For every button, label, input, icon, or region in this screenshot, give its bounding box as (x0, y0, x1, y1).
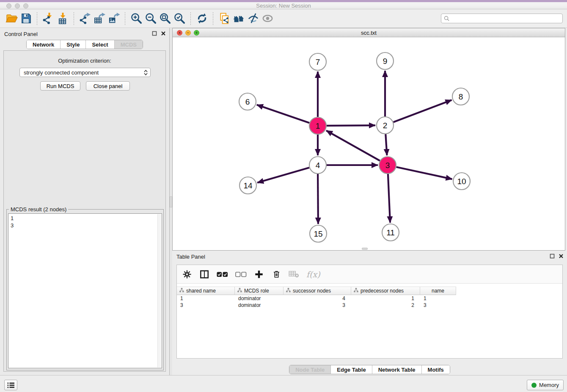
svg-text:2: 2 (383, 121, 388, 130)
table-row[interactable]: 3dominator323 (177, 302, 562, 309)
control-panel-title: Control Panel (4, 31, 38, 37)
graph-node-14[interactable]: 14 (239, 177, 256, 194)
table-cell[interactable]: dominator (235, 295, 284, 302)
duplicate-network-icon[interactable] (217, 12, 231, 25)
canvas-resize-grip[interactable] (362, 248, 368, 250)
network-canvas[interactable]: 7968124314101511 (173, 37, 565, 250)
graph-node-1[interactable]: 1 (309, 117, 326, 134)
show-panel-icon[interactable] (260, 12, 275, 25)
column-header-predecessor-nodes[interactable]: predecessor nodes (351, 287, 420, 295)
edge-2-3[interactable] (385, 134, 387, 155)
table-cell[interactable]: dominator (235, 302, 284, 309)
column-header-shared-name[interactable]: shared name (177, 287, 235, 295)
toolbar-separator (190, 12, 191, 25)
table-cell[interactable]: 4 (284, 295, 351, 302)
result-scrollbar[interactable] (157, 214, 161, 367)
mcds-result-text[interactable]: 1 3 (8, 213, 162, 368)
close-panel-icon[interactable] (161, 31, 166, 36)
tab-network[interactable]: Network (27, 40, 60, 49)
search-input[interactable] (451, 16, 560, 22)
select-all-icon[interactable] (217, 269, 228, 280)
hide-panels-icon[interactable] (246, 12, 260, 25)
window-titlebar: Session: New Session (0, 0, 567, 9)
import-table-icon[interactable] (55, 12, 70, 25)
edge-1-6[interactable] (257, 105, 309, 123)
deselect-all-icon[interactable] (235, 269, 247, 280)
table-tab-motifs[interactable]: Motifs (421, 365, 450, 374)
table-row[interactable]: 1dominator411 (177, 295, 562, 302)
graph-node-2[interactable]: 2 (377, 117, 394, 134)
edge-4-15[interactable] (318, 174, 318, 224)
import-network-icon[interactable] (41, 12, 55, 25)
tree-icon (179, 288, 184, 294)
edge-2-8[interactable] (394, 100, 452, 122)
table-cell[interactable]: 1 (420, 295, 456, 302)
open-folder-icon[interactable] (4, 12, 19, 25)
edge-3-1[interactable] (326, 130, 380, 160)
network-graph[interactable]: 7968124314101511 (173, 37, 565, 250)
graph-node-15[interactable]: 15 (310, 225, 327, 242)
graph-node-7[interactable]: 7 (309, 53, 326, 70)
settings-icon[interactable] (182, 269, 192, 280)
table-panel-title: Table Panel (176, 254, 205, 260)
delete-column-icon[interactable] (271, 269, 281, 280)
split-panel-icon[interactable] (199, 269, 209, 280)
criterion-select[interactable]: strongly connected component (19, 68, 151, 77)
graph-node-9[interactable]: 9 (377, 52, 394, 69)
tab-style[interactable]: Style (60, 40, 85, 49)
close-panel-button[interactable]: Close panel (86, 81, 130, 91)
close-table-panel-icon[interactable] (559, 254, 564, 259)
table-tab-node-table[interactable]: Node Table (289, 365, 330, 374)
column-header-successor-nodes[interactable]: successor nodes (284, 287, 351, 295)
node-table[interactable]: shared nameMCDS rolesuccessor nodesprede… (177, 287, 562, 309)
graph-node-10[interactable]: 10 (453, 173, 470, 190)
table-cell[interactable]: 3 (284, 302, 351, 309)
home-icon[interactable] (231, 12, 246, 25)
edge-1-2[interactable] (327, 125, 375, 126)
svg-text:8: 8 (459, 92, 463, 101)
tab-select[interactable]: Select (85, 40, 114, 49)
edge-3-11[interactable] (388, 174, 390, 223)
export-table-icon[interactable] (92, 12, 107, 25)
svg-text:11: 11 (386, 228, 395, 237)
tab-mcds[interactable]: MCDS (114, 40, 143, 49)
toolbar-separator (37, 12, 37, 25)
save-session-icon[interactable] (19, 12, 33, 25)
table-cell[interactable]: 1 (351, 295, 420, 302)
table-cell[interactable]: 3 (420, 302, 456, 309)
graph-node-6[interactable]: 6 (239, 93, 256, 110)
network-view-window: × − + scc.txt 7968124314101511 (172, 28, 565, 251)
zoom-in-icon[interactable] (129, 12, 143, 25)
graph-node-3[interactable]: 3 (379, 157, 396, 174)
table-tab-edge-table[interactable]: Edge Table (330, 365, 372, 374)
memory-status-icon (531, 383, 537, 388)
node-table-container: f(x) shared nameMCDS rolesuccessor nodes… (176, 265, 563, 359)
column-header-name[interactable]: name (420, 287, 456, 295)
float-table-panel-icon[interactable] (550, 254, 555, 259)
add-column-icon[interactable] (254, 269, 264, 280)
zoom-out-icon[interactable] (143, 12, 158, 25)
network-window-titlebar[interactable]: × − + scc.txt (173, 28, 565, 37)
mcds-panel: Optimization criterion: strongly connect… (3, 50, 166, 372)
memory-button[interactable]: Memory (527, 380, 564, 390)
graph-node-4[interactable]: 4 (309, 157, 326, 174)
table-cell[interactable]: 1 (177, 295, 235, 302)
search-box[interactable] (441, 14, 563, 23)
task-history-button[interactable] (4, 380, 17, 390)
refresh-icon[interactable] (195, 12, 209, 25)
zoom-selected-icon[interactable] (172, 12, 187, 25)
zoom-fit-icon[interactable] (158, 12, 172, 25)
table-cell[interactable]: 3 (177, 302, 235, 309)
table-tab-network-table[interactable]: Network Table (372, 365, 421, 374)
graph-node-11[interactable]: 11 (382, 224, 399, 241)
column-header-MCDS-role[interactable]: MCDS role (235, 287, 284, 295)
graph-node-8[interactable]: 8 (452, 88, 469, 105)
run-mcds-button[interactable]: Run MCDS (40, 81, 80, 91)
float-panel-icon[interactable] (152, 31, 157, 36)
export-image-icon[interactable] (107, 12, 121, 25)
table-cell[interactable]: 2 (351, 302, 420, 309)
edge-4-14[interactable] (257, 168, 309, 183)
mcds-result-group: MCDS result (2 nodes) 1 3 (6, 209, 164, 370)
export-network-icon[interactable] (78, 12, 92, 25)
edge-3-10[interactable] (396, 167, 452, 179)
